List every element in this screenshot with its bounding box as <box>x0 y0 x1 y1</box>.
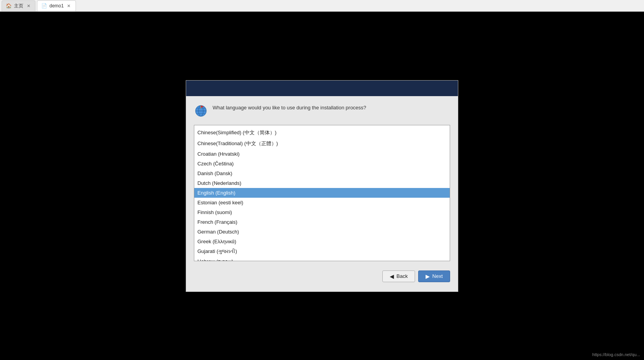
language-item[interactable]: Chinese(Simplified) (中文（简体）) <box>194 127 450 138</box>
tab-demo1[interactable]: 📄 demo1 ✕ <box>37 0 76 11</box>
back-button[interactable]: ◀ Back <box>382 270 415 282</box>
language-item[interactable]: French (Français) <box>194 217 450 227</box>
language-item[interactable]: Czech (Čeština) <box>194 159 450 169</box>
language-item[interactable]: Croatian (Hrvatski) <box>194 149 450 159</box>
demo1-tab-icon: 📄 <box>41 3 47 9</box>
language-item[interactable]: Chinese(Traditional) (中文（正體）) <box>194 138 450 149</box>
home-tab-icon: 🏠 <box>6 3 12 9</box>
language-item[interactable]: Dutch (Nederlands) <box>194 178 450 188</box>
home-tab-close[interactable]: ✕ <box>26 3 31 9</box>
back-label: Back <box>396 273 408 279</box>
next-label: Next <box>432 273 443 279</box>
language-item[interactable]: Hebrew (עברית) <box>194 256 450 261</box>
demo1-tab-close[interactable]: ✕ <box>66 3 72 9</box>
tab-home[interactable]: 🏠 主页 ✕ <box>2 0 35 11</box>
language-flag-icon <box>194 104 208 118</box>
status-url: https://blog.csdn.net/qu... <box>592 352 640 357</box>
next-icon: ▶ <box>426 273 430 279</box>
main-content: What language would you like to use duri… <box>0 12 644 360</box>
question-text: What language would you like to use duri… <box>213 104 366 112</box>
globe-svg <box>195 105 207 117</box>
dialog-body: What language would you like to use duri… <box>186 96 458 292</box>
language-item[interactable]: Finnish (suomi) <box>194 207 450 217</box>
language-item[interactable]: English (English) <box>194 188 450 198</box>
next-button[interactable]: ▶ Next <box>418 270 450 282</box>
back-icon: ◀ <box>390 273 394 279</box>
language-item[interactable]: Estonian (eesti keel) <box>194 198 450 207</box>
demo1-tab-label: demo1 <box>49 3 64 9</box>
question-header: What language would you like to use duri… <box>194 104 450 118</box>
language-item[interactable]: Greek (Ελληνικά) <box>194 237 450 246</box>
language-item[interactable]: Gujarati (ગુજરાતી) <box>194 246 450 256</box>
language-item[interactable]: German (Deutsch) <box>194 227 450 237</box>
browser-chrome: 🏠 主页 ✕ 📄 demo1 ✕ <box>0 0 644 12</box>
installer-dialog: What language would you like to use duri… <box>186 80 458 292</box>
home-tab-label: 主页 <box>14 3 23 9</box>
language-item[interactable]: Danish (Dansk) <box>194 169 450 178</box>
language-list[interactable]: Bulgarian (Български)Catalan (Català)Chi… <box>194 125 450 261</box>
dialog-buttons: ◀ Back ▶ Next <box>194 269 450 284</box>
status-bar: https://blog.csdn.net/qu... <box>588 351 644 360</box>
dialog-titlebar <box>186 81 458 96</box>
